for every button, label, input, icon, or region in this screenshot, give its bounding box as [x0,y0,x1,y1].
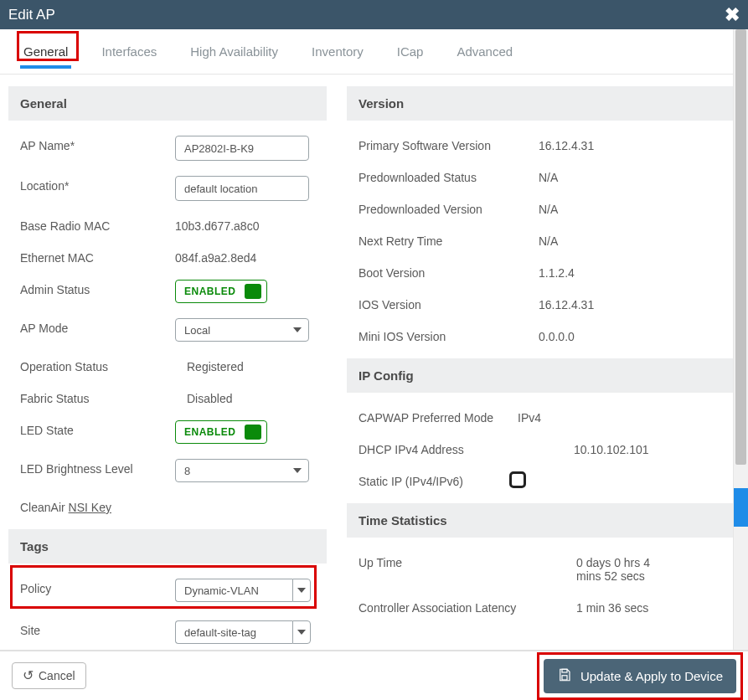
section-time: Time Statistics [347,503,733,538]
ap-mode-value: Local [184,324,210,337]
base-mac-value: 10b3.d677.a8c0 [175,216,315,233]
chevron-down-icon [293,327,302,332]
base-mac-label: Base Radio MAC [20,216,175,233]
primary-sw-value: 16.12.4.31 [539,136,721,152]
right-column: Version Primary Software Version16.12.4.… [347,86,733,650]
save-icon [557,667,572,685]
nsi-key-link[interactable]: NSI Key [69,501,111,514]
predl-status-label: Predownloaded Status [359,167,539,184]
ios-value: 16.12.4.31 [539,295,721,311]
uptime-label: Up Time [359,553,576,569]
mini-ios-label: Mini IOS Version [359,327,539,343]
tab-general[interactable]: General [20,41,71,69]
static-ip-checkbox[interactable] [509,471,526,488]
chevron-down-icon [293,468,302,473]
latency-label: Controller Association Latency [359,598,576,615]
location-label: Location* [20,176,175,193]
apply-label: Update & Apply to Device [580,669,723,683]
section-ip: IP Config [347,358,733,393]
op-status-value: Registered [175,357,315,373]
dhcp-value: 10.10.102.101 [539,440,721,456]
svg-rect-1 [562,675,567,679]
section-version: Version [347,86,733,121]
update-apply-button[interactable]: Update & Apply to Device [544,659,736,693]
ap-name-label: AP Name* [20,136,175,152]
led-state-text: ENABLED [184,426,236,438]
left-column: General AP Name* Location* Base Radio MA… [8,86,327,650]
led-state-label: LED State [20,420,175,437]
retry-value: N/A [539,231,721,248]
policy-select[interactable]: Dynamic-VLAN [175,579,292,602]
fabric-status-label: Fabric Status [20,389,175,405]
mini-ios-value: 0.0.0.0 [539,327,721,343]
tab-interfaces[interactable]: Interfaces [98,41,160,69]
capwap-label: CAPWAP Preferred Mode [359,408,518,425]
predl-status-value: N/A [539,167,721,184]
scrollbar-accent [734,488,748,527]
window-title: Edit AP [8,7,55,23]
retry-label: Next Retry Time [359,231,539,248]
chevron-down-icon [297,630,306,635]
svg-rect-0 [562,669,567,672]
led-state-toggle[interactable]: ENABLED [175,420,267,444]
chevron-down-icon [297,588,306,593]
ap-mode-label: AP Mode [20,318,175,335]
toggle-handle-icon [245,425,261,440]
policy-value: Dynamic-VLAN [184,584,259,597]
section-tags: Tags [8,529,327,564]
section-general: General [8,86,327,121]
policy-dropdown-button[interactable] [292,579,311,602]
scrollbar-thumb[interactable] [735,29,746,465]
latency-value: 1 min 36 secs [576,598,721,615]
cancel-label: Cancel [39,669,75,682]
op-status-label: Operation Status [20,357,175,373]
site-select[interactable]: default-site-tag [175,620,292,644]
policy-label: Policy [20,579,175,595]
uptime-value: 0 days 0 hrs 4 mins 52 secs [576,553,677,583]
toggle-handle-icon [245,284,261,299]
site-dropdown-button[interactable] [292,620,311,644]
site-value: default-site-tag [184,626,256,639]
footer: ↺ Cancel Update & Apply to Device [0,650,748,700]
predl-ver-value: N/A [539,199,721,216]
content-scroll: General Interfaces High Availability Inv… [0,29,733,650]
brightness-select[interactable]: 8 [175,459,309,482]
tab-bar: General Interfaces High Availability Inv… [0,29,733,75]
static-ip-label: Static IP (IPv4/IPv6) [359,471,509,488]
admin-status-toggle[interactable]: ENABLED [175,280,267,303]
fabric-status-value: Disabled [175,389,315,405]
primary-sw-label: Primary Software Version [359,136,539,152]
ios-label: IOS Version [359,295,539,311]
dhcp-label: DHCP IPv4 Address [359,440,539,456]
tab-inventory[interactable]: Inventory [308,41,367,69]
admin-status-text: ENABLED [184,286,236,297]
eth-mac-value: 084f.a9a2.8ed4 [175,248,315,265]
boot-label: Boot Version [359,263,539,280]
scrollbar[interactable] [733,29,748,650]
tab-high-availability[interactable]: High Availability [187,41,281,69]
close-icon[interactable]: ✖ [725,4,740,26]
eth-mac-label: Ethernet MAC [20,248,175,265]
location-input[interactable] [175,176,309,201]
ap-name-input[interactable] [175,136,309,161]
brightness-value: 8 [184,465,190,477]
brightness-label: LED Brightness Level [20,459,175,476]
capwap-value: IPv4 [518,408,721,425]
boot-value: 1.1.2.4 [539,263,721,280]
titlebar: Edit AP ✖ [0,0,748,29]
ap-mode-select[interactable]: Local [175,318,309,342]
predl-ver-label: Predownloaded Version [359,199,539,216]
undo-icon: ↺ [23,669,34,682]
tab-advanced[interactable]: Advanced [453,41,516,69]
admin-status-label: Admin Status [20,280,175,296]
cleanair-label: CleanAir NSI Key [20,497,175,514]
cancel-button[interactable]: ↺ Cancel [12,662,86,689]
site-label: Site [20,620,175,637]
tab-icap[interactable]: ICap [394,41,427,69]
